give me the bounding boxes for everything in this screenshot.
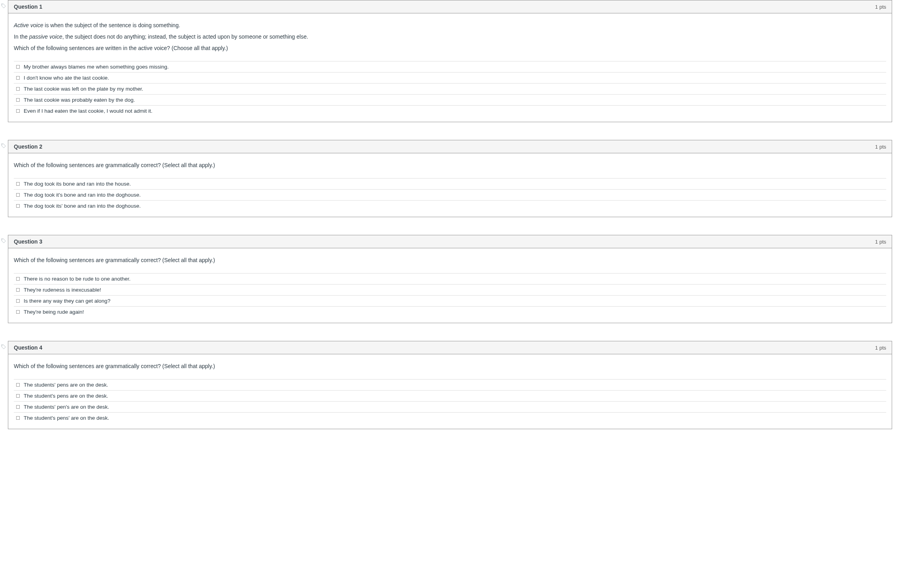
tag-icon [1, 238, 6, 244]
answer-label: The students' pens are on the desk. [24, 382, 108, 388]
checkbox-icon[interactable] [16, 76, 20, 80]
answer-label: There is no reason to be rude to one ano… [24, 276, 131, 282]
answer-row[interactable]: The student's pens are on the desk. [14, 391, 886, 402]
prompt-line: Which of the following sentences are gra… [14, 161, 886, 169]
answer-label: My brother always blames me when somethi… [24, 64, 169, 70]
prompt-line: Which of the following sentences are gra… [14, 362, 886, 370]
prompt-text-span: is when the subject of the sentence is d… [43, 22, 180, 28]
answer-label: Is there any way they can get along? [24, 298, 110, 304]
prompt-text-span: Which of the following sentences are gra… [14, 257, 215, 263]
question-number: Question 4 [14, 344, 42, 351]
italic-text: passive voice [29, 33, 62, 40]
svg-point-3 [2, 346, 3, 346]
checkbox-icon[interactable] [16, 405, 20, 409]
answer-label: I don't know who ate the last cookie. [24, 75, 109, 81]
question-header: Question 41 pts [8, 341, 892, 354]
answer-label: The dog took its bone and ran into the h… [24, 181, 131, 187]
answer-label: The student's pens are on the desk. [24, 393, 108, 399]
question-points: 1 pts [875, 345, 886, 351]
checkbox-icon[interactable] [16, 277, 20, 281]
tag-icon [1, 143, 6, 149]
question-card: Question 21 ptsWhich of the following se… [8, 140, 892, 217]
svg-point-1 [2, 145, 3, 145]
answers-list: The students' pens are on the desk.The s… [14, 379, 886, 423]
answer-row[interactable]: My brother always blames me when somethi… [14, 61, 886, 73]
checkbox-icon[interactable] [16, 394, 20, 398]
checkbox-icon[interactable] [16, 204, 20, 208]
answer-label: The dog took its' bone and ran into the … [24, 203, 141, 209]
svg-point-2 [2, 240, 3, 240]
question-points: 1 pts [875, 144, 886, 150]
answer-row[interactable]: They're being rude again! [14, 307, 886, 317]
prompt-line: In the passive voice, the subject does n… [14, 33, 886, 41]
checkbox-icon[interactable] [16, 416, 20, 420]
checkbox-icon[interactable] [16, 87, 20, 91]
answers-list: There is no reason to be rude to one ano… [14, 273, 886, 317]
question-body: Which of the following sentences are gra… [8, 248, 892, 323]
question-prompt: Which of the following sentences are gra… [14, 362, 886, 370]
question-header: Question 31 pts [8, 235, 892, 248]
prompt-line: Active voice is when the subject of the … [14, 21, 886, 30]
checkbox-icon[interactable] [16, 299, 20, 303]
answer-label: The last cookie was left on the plate by… [24, 86, 143, 92]
question-card: Question 11 ptsActive voice is when the … [8, 0, 892, 122]
question-prompt: Which of the following sentences are gra… [14, 161, 886, 169]
question-body: Which of the following sentences are gra… [8, 153, 892, 217]
checkbox-icon[interactable] [16, 109, 20, 113]
answer-row[interactable]: The students' pen's are on the desk. [14, 402, 886, 413]
question-body: Active voice is when the subject of the … [8, 13, 892, 122]
answer-row[interactable]: The dog took its bone and ran into the h… [14, 179, 886, 190]
answer-row[interactable]: The students' pens are on the desk. [14, 380, 886, 391]
italic-text: Active voice [14, 22, 43, 28]
checkbox-icon[interactable] [16, 98, 20, 102]
answer-label: They're rudeness is inexcusable! [24, 287, 101, 293]
prompt-text-span: Which of the following sentences are gra… [14, 162, 215, 168]
prompt-text-span: Which of the following sentences are wri… [14, 45, 228, 51]
answers-list: My brother always blames me when somethi… [14, 61, 886, 116]
question-block: Question 11 ptsActive voice is when the … [8, 0, 892, 122]
question-number: Question 3 [14, 238, 42, 245]
answers-list: The dog took its bone and ran into the h… [14, 178, 886, 211]
question-header: Question 11 pts [8, 0, 892, 13]
tag-icon [1, 344, 6, 350]
answer-label: The student's pens' are on the desk. [24, 415, 109, 421]
answer-row[interactable]: The last cookie was probably eaten by th… [14, 95, 886, 106]
answer-row[interactable]: I don't know who ate the last cookie. [14, 73, 886, 84]
checkbox-icon[interactable] [16, 383, 20, 387]
question-number: Question 2 [14, 143, 42, 150]
question-block: Question 31 ptsWhich of the following se… [8, 235, 892, 323]
answer-label: The students' pen's are on the desk. [24, 404, 109, 410]
svg-point-0 [2, 5, 3, 5]
checkbox-icon[interactable] [16, 65, 20, 69]
answer-label: Even if I had eaten the last cookie, I w… [24, 108, 152, 114]
checkbox-icon[interactable] [16, 310, 20, 314]
prompt-text-span: , the subject does not do anything; inst… [62, 33, 308, 40]
prompt-line: Which of the following sentences are wri… [14, 44, 886, 52]
question-card: Question 31 ptsWhich of the following se… [8, 235, 892, 323]
answer-row[interactable]: There is no reason to be rude to one ano… [14, 274, 886, 285]
question-prompt: Active voice is when the subject of the … [14, 21, 886, 52]
answer-row[interactable]: Even if I had eaten the last cookie, I w… [14, 106, 886, 116]
prompt-text-span: In the [14, 33, 29, 40]
answer-row[interactable]: The dog took it's bone and ran into the … [14, 190, 886, 201]
answer-row[interactable]: The student's pens' are on the desk. [14, 413, 886, 423]
checkbox-icon[interactable] [16, 193, 20, 197]
checkbox-icon[interactable] [16, 288, 20, 292]
question-body: Which of the following sentences are gra… [8, 354, 892, 429]
answer-row[interactable]: Is there any way they can get along? [14, 296, 886, 307]
answer-row[interactable]: They're rudeness is inexcusable! [14, 285, 886, 296]
answer-label: The last cookie was probably eaten by th… [24, 97, 135, 103]
question-block: Question 41 ptsWhich of the following se… [8, 341, 892, 429]
question-card: Question 41 ptsWhich of the following se… [8, 341, 892, 429]
question-number: Question 1 [14, 4, 42, 10]
tag-icon [1, 3, 6, 9]
prompt-text-span: Which of the following sentences are gra… [14, 363, 215, 369]
question-block: Question 21 ptsWhich of the following se… [8, 140, 892, 217]
answer-row[interactable]: The dog took its' bone and ran into the … [14, 201, 886, 211]
answer-row[interactable]: The last cookie was left on the plate by… [14, 84, 886, 95]
answer-label: The dog took it's bone and ran into the … [24, 192, 141, 198]
prompt-line: Which of the following sentences are gra… [14, 256, 886, 264]
checkbox-icon[interactable] [16, 182, 20, 186]
question-prompt: Which of the following sentences are gra… [14, 256, 886, 264]
question-points: 1 pts [875, 239, 886, 245]
